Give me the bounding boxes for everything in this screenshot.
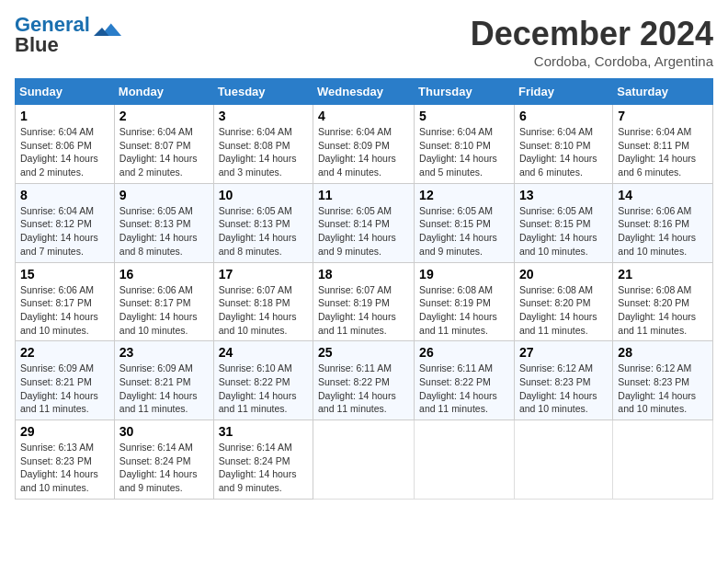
- cell-info: Sunrise: 6:12 AMSunset: 8:23 PMDaylight:…: [618, 362, 708, 416]
- calendar-week-row: 15Sunrise: 6:06 AMSunset: 8:17 PMDayligh…: [16, 262, 713, 341]
- day-number: 21: [618, 267, 708, 282]
- weekday-wednesday: Wednesday: [313, 79, 415, 105]
- day-number: 28: [618, 345, 708, 360]
- calendar-cell: 29Sunrise: 6:13 AMSunset: 8:23 PMDayligh…: [16, 420, 115, 500]
- day-number: 9: [119, 188, 209, 202]
- day-number: 8: [20, 188, 109, 202]
- day-number: 11: [318, 188, 409, 202]
- calendar-cell: 10Sunrise: 6:05 AMSunset: 8:13 PMDayligh…: [213, 183, 313, 262]
- day-number: 26: [419, 345, 509, 360]
- calendar-cell: 16Sunrise: 6:06 AMSunset: 8:17 PMDayligh…: [114, 262, 213, 341]
- day-number: 22: [20, 345, 109, 360]
- calendar-cell: 22Sunrise: 6:09 AMSunset: 8:21 PMDayligh…: [16, 341, 115, 420]
- cell-info: Sunrise: 6:10 AMSunset: 8:22 PMDaylight:…: [219, 362, 308, 416]
- calendar-cell: 4Sunrise: 6:04 AMSunset: 8:09 PMDaylight…: [313, 105, 415, 184]
- cell-info: Sunrise: 6:04 AMSunset: 8:07 PMDaylight:…: [119, 125, 209, 179]
- day-number: 4: [318, 109, 409, 123]
- day-number: 13: [519, 188, 608, 202]
- day-number: 23: [119, 345, 209, 360]
- cell-info: Sunrise: 6:11 AMSunset: 8:22 PMDaylight:…: [419, 362, 509, 416]
- day-number: 7: [618, 109, 708, 123]
- calendar-cell: 27Sunrise: 6:12 AMSunset: 8:23 PMDayligh…: [514, 341, 612, 420]
- calendar-week-row: 1Sunrise: 6:04 AMSunset: 8:06 PMDaylight…: [16, 105, 713, 184]
- calendar-cell: 26Sunrise: 6:11 AMSunset: 8:22 PMDayligh…: [415, 341, 515, 420]
- day-number: 2: [119, 109, 209, 123]
- page-header: GeneralBlue December 2024 Cordoba, Cordo…: [15, 15, 713, 69]
- calendar-cell: 3Sunrise: 6:04 AMSunset: 8:08 PMDaylight…: [213, 105, 313, 184]
- calendar-cell: 15Sunrise: 6:06 AMSunset: 8:17 PMDayligh…: [16, 262, 115, 341]
- day-number: 10: [219, 188, 308, 202]
- calendar-cell: 24Sunrise: 6:10 AMSunset: 8:22 PMDayligh…: [213, 341, 313, 420]
- location-subtitle: Cordoba, Cordoba, Argentina: [471, 53, 713, 69]
- day-number: 25: [318, 345, 409, 360]
- cell-info: Sunrise: 6:04 AMSunset: 8:06 PMDaylight:…: [20, 125, 109, 179]
- calendar-cell: 30Sunrise: 6:14 AMSunset: 8:24 PMDayligh…: [114, 420, 213, 500]
- cell-info: Sunrise: 6:04 AMSunset: 8:09 PMDaylight:…: [318, 125, 409, 179]
- calendar-cell: 2Sunrise: 6:04 AMSunset: 8:07 PMDaylight…: [114, 105, 213, 184]
- day-number: 30: [119, 424, 209, 439]
- calendar-cell: 23Sunrise: 6:09 AMSunset: 8:21 PMDayligh…: [114, 341, 213, 420]
- cell-info: Sunrise: 6:08 AMSunset: 8:20 PMDaylight:…: [618, 283, 708, 338]
- cell-info: Sunrise: 6:06 AMSunset: 8:16 PMDaylight:…: [618, 204, 708, 259]
- day-number: 16: [119, 267, 209, 282]
- day-number: 12: [419, 188, 509, 202]
- day-number: 17: [219, 267, 308, 282]
- weekday-friday: Friday: [514, 79, 612, 105]
- cell-info: Sunrise: 6:14 AMSunset: 8:24 PMDaylight:…: [119, 441, 209, 495]
- weekday-thursday: Thursday: [415, 79, 515, 105]
- cell-info: Sunrise: 6:05 AMSunset: 8:14 PMDaylight:…: [318, 204, 409, 259]
- calendar-cell: 25Sunrise: 6:11 AMSunset: 8:22 PMDayligh…: [313, 341, 415, 420]
- calendar-cell: 7Sunrise: 6:04 AMSunset: 8:11 PMDaylight…: [613, 105, 713, 184]
- day-number: 6: [519, 109, 608, 123]
- cell-info: Sunrise: 6:05 AMSunset: 8:15 PMDaylight:…: [519, 204, 608, 259]
- calendar-cell: 6Sunrise: 6:04 AMSunset: 8:10 PMDaylight…: [514, 105, 612, 184]
- cell-info: Sunrise: 6:06 AMSunset: 8:17 PMDaylight:…: [20, 283, 109, 338]
- cell-info: Sunrise: 6:04 AMSunset: 8:10 PMDaylight:…: [519, 125, 608, 179]
- calendar-table: SundayMondayTuesdayWednesdayThursdayFrid…: [15, 78, 713, 500]
- calendar-week-row: 29Sunrise: 6:13 AMSunset: 8:23 PMDayligh…: [16, 420, 713, 500]
- weekday-tuesday: Tuesday: [213, 79, 313, 105]
- calendar-cell: 14Sunrise: 6:06 AMSunset: 8:16 PMDayligh…: [613, 183, 713, 262]
- cell-info: Sunrise: 6:05 AMSunset: 8:15 PMDaylight:…: [419, 204, 509, 259]
- calendar-week-row: 8Sunrise: 6:04 AMSunset: 8:12 PMDaylight…: [16, 183, 713, 262]
- cell-info: Sunrise: 6:04 AMSunset: 8:11 PMDaylight:…: [618, 125, 708, 179]
- cell-info: Sunrise: 6:14 AMSunset: 8:24 PMDaylight:…: [219, 441, 308, 495]
- calendar-body: 1Sunrise: 6:04 AMSunset: 8:06 PMDaylight…: [16, 105, 713, 500]
- calendar-cell: 19Sunrise: 6:08 AMSunset: 8:19 PMDayligh…: [415, 262, 515, 341]
- cell-info: Sunrise: 6:05 AMSunset: 8:13 PMDaylight:…: [219, 204, 308, 259]
- cell-info: Sunrise: 6:04 AMSunset: 8:12 PMDaylight:…: [20, 204, 109, 259]
- day-number: 1: [20, 109, 109, 123]
- calendar-cell: [514, 420, 612, 500]
- cell-info: Sunrise: 6:11 AMSunset: 8:22 PMDaylight:…: [318, 362, 409, 416]
- calendar-cell: 21Sunrise: 6:08 AMSunset: 8:20 PMDayligh…: [613, 262, 713, 341]
- month-title: December 2024: [471, 15, 713, 53]
- calendar-cell: 31Sunrise: 6:14 AMSunset: 8:24 PMDayligh…: [213, 420, 313, 500]
- calendar-cell: 13Sunrise: 6:05 AMSunset: 8:15 PMDayligh…: [514, 183, 612, 262]
- day-number: 15: [20, 267, 109, 282]
- cell-info: Sunrise: 6:05 AMSunset: 8:13 PMDaylight:…: [119, 204, 209, 259]
- title-block: December 2024 Cordoba, Cordoba, Argentin…: [471, 15, 713, 69]
- weekday-sunday: Sunday: [16, 79, 115, 105]
- weekday-saturday: Saturday: [613, 79, 713, 105]
- calendar-week-row: 22Sunrise: 6:09 AMSunset: 8:21 PMDayligh…: [16, 341, 713, 420]
- cell-info: Sunrise: 6:09 AMSunset: 8:21 PMDaylight:…: [119, 362, 209, 416]
- calendar-cell: 12Sunrise: 6:05 AMSunset: 8:15 PMDayligh…: [415, 183, 515, 262]
- day-number: 24: [219, 345, 308, 360]
- calendar-cell: 18Sunrise: 6:07 AMSunset: 8:19 PMDayligh…: [313, 262, 415, 341]
- cell-info: Sunrise: 6:07 AMSunset: 8:19 PMDaylight:…: [318, 283, 409, 338]
- day-number: 14: [618, 188, 708, 202]
- calendar-cell: 17Sunrise: 6:07 AMSunset: 8:18 PMDayligh…: [213, 262, 313, 341]
- calendar-cell: [415, 420, 515, 500]
- day-number: 19: [419, 267, 509, 282]
- cell-info: Sunrise: 6:12 AMSunset: 8:23 PMDaylight:…: [519, 362, 608, 416]
- calendar-cell: 1Sunrise: 6:04 AMSunset: 8:06 PMDaylight…: [16, 105, 115, 184]
- day-number: 31: [219, 424, 308, 439]
- day-number: 18: [318, 267, 409, 282]
- weekday-monday: Monday: [114, 79, 213, 105]
- day-number: 27: [519, 345, 608, 360]
- calendar-cell: 28Sunrise: 6:12 AMSunset: 8:23 PMDayligh…: [613, 341, 713, 420]
- day-number: 3: [219, 109, 308, 123]
- cell-info: Sunrise: 6:08 AMSunset: 8:19 PMDaylight:…: [419, 283, 509, 338]
- day-number: 20: [519, 267, 608, 282]
- calendar-cell: 20Sunrise: 6:08 AMSunset: 8:20 PMDayligh…: [514, 262, 612, 341]
